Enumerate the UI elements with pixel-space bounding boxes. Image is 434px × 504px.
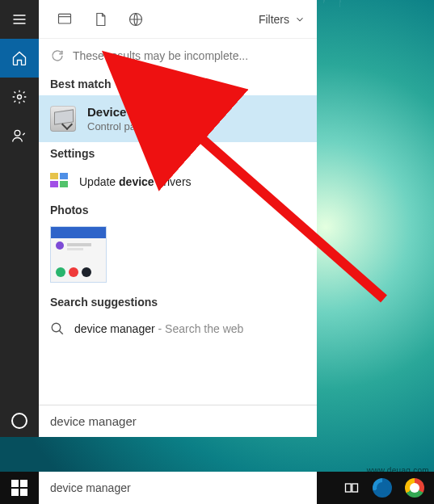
- best-match-title: Device Manager: [87, 105, 179, 119]
- search-input[interactable]: device manager: [39, 405, 317, 437]
- suggestion-query: device manager: [74, 322, 155, 335]
- filters-dropdown[interactable]: Filters: [259, 13, 305, 26]
- suggestion-hint: - Search the web: [155, 322, 244, 335]
- section-photos: Photos: [39, 199, 317, 221]
- chevron-down-icon: [294, 14, 305, 25]
- chrome-icon[interactable]: [405, 478, 424, 498]
- svg-rect-7: [352, 484, 358, 492]
- start-button[interactable]: [0, 472, 39, 504]
- home-icon[interactable]: [0, 39, 39, 78]
- svg-rect-6: [346, 484, 352, 492]
- filters-label: Filters: [259, 13, 289, 26]
- menu-icon[interactable]: [0, 0, 39, 39]
- incomplete-results-notice: These results may be incomplete...: [39, 39, 317, 73]
- search-icon: [50, 321, 65, 336]
- svg-point-0: [18, 95, 22, 99]
- search-results-panel: Filters These results may be incomplete.…: [39, 0, 317, 437]
- settings-result-label: Update device drivers: [79, 175, 192, 188]
- refresh-icon: [50, 48, 65, 63]
- device-manager-icon: [50, 106, 76, 132]
- task-view-icon[interactable]: [343, 480, 360, 496]
- drivers-icon: [50, 173, 68, 191]
- scope-web-icon[interactable]: [121, 5, 150, 34]
- search-rail: [0, 0, 39, 437]
- section-settings: Settings: [39, 142, 317, 165]
- web-suggestion[interactable]: device manager - Search the web: [39, 313, 317, 344]
- panel-scope-bar: Filters: [39, 0, 317, 39]
- gear-icon[interactable]: [0, 78, 39, 116]
- svg-rect-2: [59, 14, 71, 23]
- settings-result[interactable]: Update device drivers: [39, 165, 317, 199]
- photo-result-thumb[interactable]: [50, 226, 107, 283]
- contact-icon[interactable]: [0, 116, 39, 155]
- section-suggestions: Search suggestions: [39, 291, 317, 313]
- system-tray: [334, 478, 434, 498]
- best-match-result[interactable]: Device Manager Control panel: [39, 95, 317, 142]
- section-best-match: Best match: [39, 73, 317, 95]
- scope-documents-icon[interactable]: [86, 5, 115, 34]
- scope-apps-icon[interactable]: [50, 5, 79, 34]
- best-match-subtitle: Control panel: [87, 120, 179, 132]
- taskbar: device manager: [0, 472, 434, 504]
- windows-icon: [11, 480, 27, 496]
- cortana-icon[interactable]: [0, 413, 39, 429]
- svg-point-1: [15, 130, 20, 136]
- edge-icon[interactable]: [373, 478, 392, 498]
- svg-point-4: [52, 323, 61, 332]
- taskbar-search-field[interactable]: device manager: [39, 472, 317, 504]
